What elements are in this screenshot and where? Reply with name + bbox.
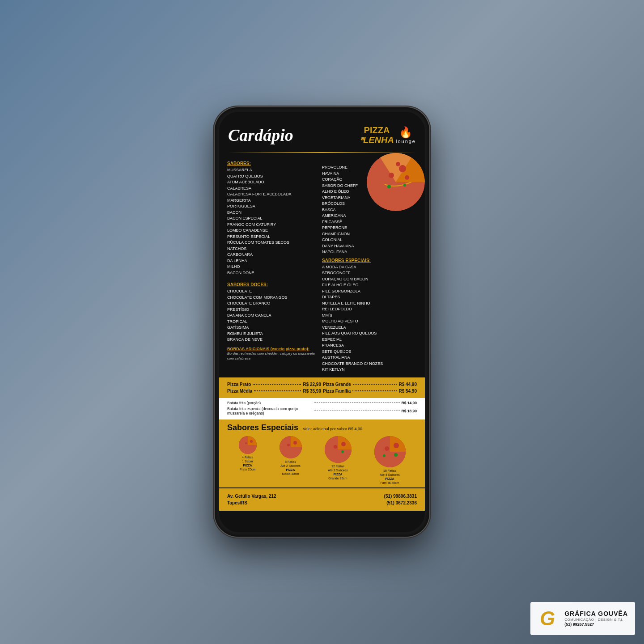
footer-phone: (51) 99806.3831 (51) 3672.2336 xyxy=(384,493,417,506)
flavor-item: RÚCULA COM TOMATES SECOS xyxy=(227,240,318,246)
svg-point-11 xyxy=(293,441,297,445)
left-column: SABORES: MUSSARELAQUATRO QUEIJOSATUM ACE… xyxy=(227,158,322,373)
pizza-prato-label: Pizza Prato xyxy=(227,382,251,387)
svg-point-18 xyxy=(394,443,399,448)
doce-item: BRANCA DE NEVE xyxy=(227,337,318,343)
pizza-circle-grande xyxy=(325,436,352,463)
brand-lounge: lounge xyxy=(396,139,416,144)
svg-point-21 xyxy=(383,454,386,457)
price-row-prato: Pizza Prato R$ 22,90 xyxy=(227,382,321,387)
svg-point-15 xyxy=(334,445,337,449)
brand-area: PIZZA ᵃLENHA 🔥 lounge xyxy=(360,125,416,145)
pizza-icon-media xyxy=(280,436,302,458)
especial-item: VENEZUELA xyxy=(322,325,413,331)
extra-dots-1 xyxy=(314,402,400,403)
especial-item: MOLHO AO PESTO xyxy=(322,318,413,325)
doce-item: CHOCOLATE BRANCO xyxy=(227,301,318,307)
flavor-item: LOMBO CANADENSE xyxy=(227,228,318,234)
size-info-familia: 16 Fatias Até 4 Sabores PIZZA Família 40… xyxy=(374,469,406,485)
especial-item: CORAÇÃO COM BACON xyxy=(322,276,413,283)
svg-point-8 xyxy=(250,440,253,443)
pizza-circle-media xyxy=(280,436,302,458)
especial-item: FRANCESA xyxy=(322,343,413,349)
dots-3 xyxy=(254,390,301,391)
flavor-item: BACON ESPECIAL xyxy=(227,216,318,222)
flavor-item: AMERICANA xyxy=(322,213,413,219)
extra-row-2: Batata frita especial (decorada com quei… xyxy=(227,407,417,415)
bordas-label: BORDAS ADICIONAIS (exceto pizza prato): xyxy=(227,347,318,351)
doce-item: GATÍSSIMA xyxy=(227,325,318,331)
doce-item: ROMEU E JULIETA xyxy=(227,331,318,337)
especial-item: À MODA DA CASA xyxy=(322,264,413,271)
flavor-item: DANY HAVAIANA xyxy=(322,243,413,250)
specials-section: Sabores Especiais Valor adicional por sa… xyxy=(219,419,425,487)
left-sabores-list: MUSSARELAQUATRO QUEIJOSATUM ACEBOLADOCAL… xyxy=(227,167,318,276)
size-media: 8 Fatias Até 2 Sabores PIZZA Média 30cm xyxy=(280,436,302,485)
phone-notch xyxy=(295,113,349,123)
flavor-item: CARBONARA xyxy=(227,252,318,258)
pizza-sizes-row: 4 Fatias 1 Sabor PIZZA Prato 25cm xyxy=(227,436,417,485)
svg-point-6 xyxy=(403,184,406,186)
grafica-logo-svg: G xyxy=(538,606,560,629)
extra-1-price: R$ 14,90 xyxy=(402,401,417,405)
size-info-grande: 12 Fatias Até 3 Sabores PIZZA Grande 35c… xyxy=(325,464,352,480)
footer-address: Av. Getúlio Vargas, 212 Tapes/RS xyxy=(227,493,276,506)
menu-container: Cardápio PIZZA ᵃLENHA 🔥 xyxy=(219,112,425,511)
size-familia: 16 Fatias Até 4 Sabores PIZZA Família 40… xyxy=(374,436,406,485)
flavor-item: CHAMPIGNON xyxy=(322,231,413,237)
especial-item: STROGONOFF xyxy=(322,270,413,276)
especiais-list: À MODA DA CASASTROGONOFFCORAÇÃO COM BACO… xyxy=(322,264,413,373)
sabores-doces-label: SABORES DOCES: xyxy=(227,282,318,287)
svg-point-9 xyxy=(245,442,247,444)
especial-item: FILÉ ALHO E ÓLEO xyxy=(322,282,413,288)
dots-4 xyxy=(352,390,397,391)
doce-item: CHOCOLATE COM MORANGOS xyxy=(227,295,318,301)
flavor-item: FRICASSÊ xyxy=(322,219,413,225)
flavor-item: DA LENHA xyxy=(227,258,318,264)
svg-point-3 xyxy=(405,175,409,180)
phone-mockup: Cardápio PIZZA ᵃLENHA 🔥 xyxy=(215,107,429,537)
especial-item: DI TAPES xyxy=(322,294,413,301)
size-grande: 12 Fatias Até 3 Sabores PIZZA Grande 35c… xyxy=(325,436,352,485)
grafica-text-block: GRÁFICA GOUVÊA COMUNICAÇÃO | DESIGN & T.… xyxy=(564,610,628,627)
sabores-label: SABORES: xyxy=(227,161,318,166)
pizza-circle-prato xyxy=(239,436,257,454)
price-row-media: Pizza Média R$ 35,90 xyxy=(227,389,321,394)
grafica-phone: (51) 99267.5527 xyxy=(564,622,628,627)
pizza-media-price: R$ 35,90 xyxy=(303,389,321,394)
pizza-icon-grande xyxy=(325,436,352,463)
pizza-svg xyxy=(367,153,425,211)
especial-item: AUSTRALIANA xyxy=(322,355,413,361)
flavor-item: NAPOLITANA xyxy=(322,249,413,255)
especiais-label: SABORES ESPECIAIS: xyxy=(322,258,413,263)
especial-item: NUTELLA E LEITE NINHO xyxy=(322,301,413,307)
phone-screen: Cardápio PIZZA ᵃLENHA 🔥 xyxy=(219,112,425,532)
price-row-grande: Pizza Grande R$ 44,90 xyxy=(323,382,417,387)
size-prato: 4 Fatias 1 Sabor PIZZA Prato 25cm xyxy=(239,436,257,485)
cardapio-title: Cardápio xyxy=(228,126,293,144)
svg-point-4 xyxy=(396,162,400,166)
flavor-item: BACON xyxy=(227,210,318,216)
flavor-item: PEPPERONE xyxy=(322,225,413,231)
especial-item: FILÉ AOS QUATRO QUEIJOS xyxy=(322,330,413,337)
especial-item: SETE QUEIJOS xyxy=(322,349,413,355)
especial-item: FILÉ GORGONZOLA xyxy=(322,288,413,295)
pizza-image xyxy=(367,153,425,211)
size-info-media: 8 Fatias Até 2 Sabores PIZZA Média 30cm xyxy=(280,460,302,476)
flavor-item: PRESUNTO ESPECIAL xyxy=(227,234,318,240)
extra-dots-2 xyxy=(314,411,400,411)
flavor-item: ATUM ACEBOLADO xyxy=(227,179,318,186)
flavor-item: BACON DONE xyxy=(227,270,318,276)
price-row-familia: Pizza Família R$ 54,90 xyxy=(323,389,417,394)
specials-title: Sabores Especiais xyxy=(227,423,298,432)
brand-pizza: PIZZA ᵃLENHA xyxy=(360,125,394,145)
flavor-item: PORTUGUESA xyxy=(227,203,318,210)
size-info-prato: 4 Fatias 1 Sabor PIZZA Prato 25cm xyxy=(239,455,257,471)
flavor-item: CALABRESA FORTE ACEBOLADA xyxy=(227,191,318,198)
doce-item: PRESTÍGIO xyxy=(227,307,318,313)
menu-title-text: Cardápio xyxy=(228,125,293,145)
dots-1 xyxy=(253,384,301,385)
flavors-grid: SABORES: MUSSARELAQUATRO QUEIJOSATUM ACE… xyxy=(219,153,425,373)
menu-footer: Av. Getúlio Vargas, 212 Tapes/RS (51) 99… xyxy=(219,487,425,511)
especial-item: CHOCOATE BRANCO C/ NOZES xyxy=(322,361,413,367)
